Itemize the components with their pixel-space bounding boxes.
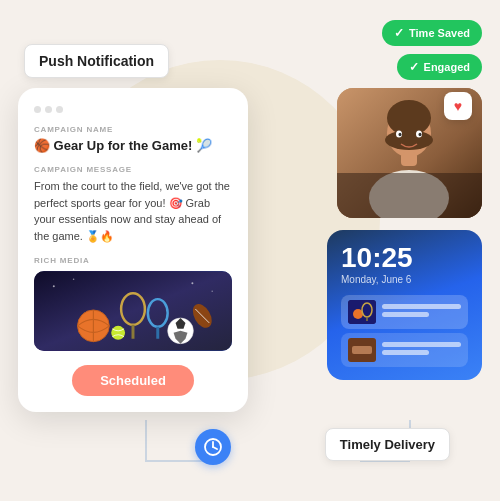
dot-2 bbox=[45, 106, 52, 113]
campaign-message-label: CAMPAIGN MESSAGE bbox=[34, 165, 232, 174]
notif-text-1 bbox=[382, 304, 461, 320]
timely-delivery-label: Timely Delivery bbox=[325, 428, 450, 461]
heart-badge: ♥ bbox=[444, 92, 472, 120]
notif-line-2 bbox=[382, 312, 429, 317]
check-icon-time: ✓ bbox=[394, 26, 404, 40]
dot-3 bbox=[56, 106, 63, 113]
timely-delivery-text: Timely Delivery bbox=[340, 437, 435, 452]
rich-media-image bbox=[34, 271, 232, 351]
check-icon-engaged: ✓ bbox=[409, 60, 419, 74]
rich-media-label: RICH MEDIA bbox=[34, 256, 232, 265]
notif-image-1 bbox=[348, 300, 376, 324]
svg-point-27 bbox=[211, 290, 213, 292]
notif-line-1 bbox=[382, 304, 461, 309]
push-notification-text: Push Notification bbox=[39, 53, 154, 69]
svg-point-26 bbox=[191, 282, 193, 284]
svg-point-24 bbox=[53, 285, 55, 287]
engaged-badge: ✓ Engaged bbox=[397, 54, 482, 80]
engaged-text: Engaged bbox=[424, 61, 470, 73]
phone-date: Monday, June 6 bbox=[341, 274, 468, 285]
time-saved-text: Time Saved bbox=[409, 27, 470, 39]
notif-text-2 bbox=[382, 342, 461, 358]
connector-vertical-1 bbox=[145, 420, 147, 460]
campaign-name-label: CAMPAIGN NAME bbox=[34, 125, 232, 134]
main-card: CAMPAIGN NAME 🏀 Gear Up for the Game! 🎾 … bbox=[18, 88, 248, 412]
phone-time: 10:25 bbox=[341, 244, 468, 272]
scheduled-button[interactable]: Scheduled bbox=[72, 365, 194, 396]
svg-point-25 bbox=[73, 279, 75, 281]
campaign-name-value: 🏀 Gear Up for the Game! 🎾 bbox=[34, 138, 232, 153]
heart-icon: ♥ bbox=[454, 98, 462, 114]
time-saved-badge: ✓ Time Saved bbox=[382, 20, 482, 46]
svg-line-36 bbox=[213, 447, 217, 449]
card-dots bbox=[34, 106, 232, 113]
notif-image-2 bbox=[348, 338, 376, 362]
svg-point-8 bbox=[399, 133, 402, 137]
notif-line-3 bbox=[382, 342, 461, 347]
notif-line-4 bbox=[382, 350, 429, 355]
svg-rect-10 bbox=[337, 173, 482, 218]
sports-scene-svg bbox=[34, 271, 232, 351]
phone-notification-1 bbox=[341, 295, 468, 329]
phone-lock-screen: 10:25 Monday, June 6 bbox=[327, 230, 482, 380]
push-notification-label: Push Notification bbox=[24, 44, 169, 78]
clock-icon bbox=[203, 437, 223, 457]
dot-1 bbox=[34, 106, 41, 113]
phone-notification-2 bbox=[341, 333, 468, 367]
svg-point-18 bbox=[111, 326, 125, 340]
svg-point-9 bbox=[419, 133, 422, 137]
svg-rect-4 bbox=[401, 152, 417, 166]
campaign-message-value: From the court to the field, we've got t… bbox=[34, 178, 232, 244]
clock-icon-container[interactable] bbox=[195, 429, 231, 465]
svg-rect-33 bbox=[352, 346, 372, 354]
